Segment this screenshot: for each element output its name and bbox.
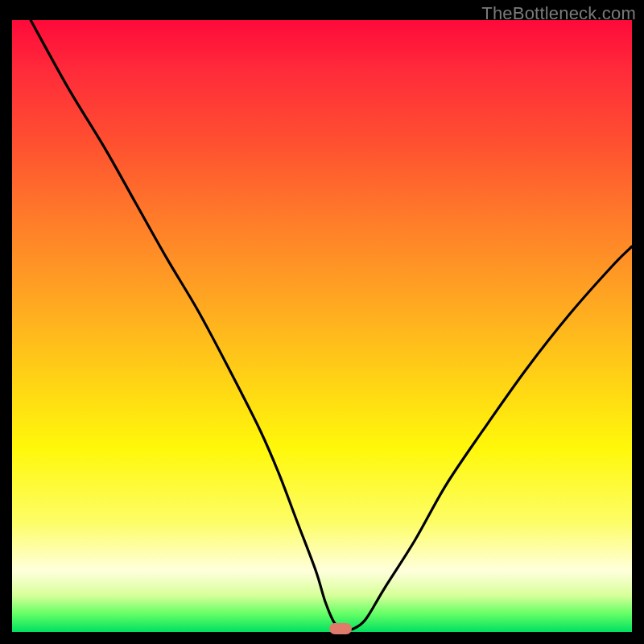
optimal-marker — [329, 623, 352, 634]
chart-frame: TheBottleneck.com — [0, 0, 644, 644]
bottleneck-curve — [12, 20, 632, 632]
watermark-text: TheBottleneck.com — [481, 3, 636, 24]
